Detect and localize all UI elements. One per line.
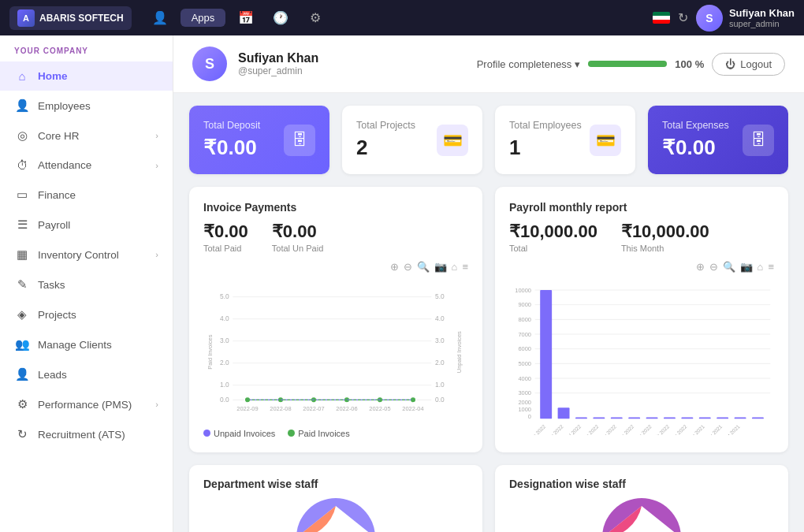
sidebar-item-label: Leads <box>38 369 67 381</box>
stat-label: Total Deposit <box>203 120 260 131</box>
performance-icon: ⚙ <box>14 397 30 411</box>
home-icon[interactable]: ⌂ <box>757 261 764 273</box>
sidebar-item-label: Performance (PMS) <box>38 399 132 411</box>
brand-logo-area[interactable]: A ABARIS SOFTECH <box>9 6 132 30</box>
svg-rect-59 <box>575 417 587 419</box>
apps-button[interactable]: Apps <box>181 9 226 27</box>
svg-rect-60 <box>593 417 605 419</box>
leads-icon: 👤 <box>14 367 30 381</box>
sidebar-item-core-hr[interactable]: ◎ Core HR › <box>0 121 173 151</box>
sidebar-item-label: Tasks <box>38 279 65 291</box>
calendar-icon-btn[interactable]: 📅 <box>232 4 260 32</box>
employees-icon: 👤 <box>14 99 30 113</box>
menu-icon[interactable]: ≡ <box>462 261 468 273</box>
svg-text:2.0: 2.0 <box>220 359 229 366</box>
sidebar-item-home[interactable]: ⌂ Home <box>0 61 173 91</box>
core-hr-icon: ◎ <box>14 128 30 143</box>
user-info: S Sufiyan Khan super_admin <box>696 5 795 32</box>
sidebar-item-label: Finance <box>38 189 76 201</box>
brand-name: ABARIS SOFTECH <box>39 13 124 24</box>
payroll-icon: ☰ <box>14 218 30 232</box>
zoom-in-icon[interactable]: ⊕ <box>696 261 705 273</box>
svg-text:8000: 8000 <box>518 316 531 323</box>
sidebar-item-tasks[interactable]: ✎ Tasks <box>0 270 173 299</box>
svg-rect-69 <box>752 417 764 419</box>
flag-icon[interactable] <box>653 12 670 24</box>
stat-card-total-employees[interactable]: Total Employees 1 💳 <box>495 106 635 174</box>
svg-text:Nov 2021: Nov 2021 <box>704 423 724 435</box>
stats-row: Total Deposit ₹0.00 🗄 Total Projects 2 💳… <box>173 93 804 187</box>
svg-text:4.0: 4.0 <box>220 314 229 322</box>
search-icon[interactable]: 🔍 <box>417 261 430 273</box>
svg-text:5.0: 5.0 <box>220 292 229 300</box>
svg-text:3.0: 3.0 <box>220 337 229 344</box>
sidebar-item-inventory[interactable]: ▦ Inventory Control › <box>0 240 173 270</box>
search-icon[interactable]: 🔍 <box>723 261 735 273</box>
chart-toolbar[interactable]: ⊕ ⊖ 🔍 📷 ⌂ ≡ <box>203 261 468 273</box>
menu-icon[interactable]: ≡ <box>768 261 774 273</box>
recruitment-icon: ↻ <box>14 427 30 441</box>
zoom-in-icon[interactable]: ⊕ <box>390 261 399 273</box>
svg-text:6000: 6000 <box>518 345 531 352</box>
settings-icon-btn[interactable]: ⚙ <box>301 4 329 32</box>
projects-icon: ◈ <box>14 307 30 322</box>
download-icon[interactable]: 📷 <box>434 261 447 273</box>
download-icon[interactable]: 📷 <box>740 261 753 273</box>
invoice-chart-legend: Unpaid Invoices Paid Invoices <box>203 429 468 438</box>
sidebar-item-performance[interactable]: ⚙ Performance (PMS) › <box>0 389 173 419</box>
people-icon-btn[interactable]: 👤 <box>146 4 174 32</box>
svg-text:5000: 5000 <box>518 360 531 367</box>
sidebar-item-finance[interactable]: ▭ Finance <box>0 180 173 210</box>
svg-text:0.0: 0.0 <box>435 396 445 404</box>
completeness-label[interactable]: Profile completeness ▾ <box>477 58 581 70</box>
svg-rect-58 <box>558 407 570 419</box>
inventory-icon: ▦ <box>14 247 30 262</box>
power-icon: ⏻ <box>725 58 735 70</box>
logout-button[interactable]: ⏻ Logout <box>712 53 785 76</box>
topnav: A ABARIS SOFTECH 👤 Apps 📅 🕐 ⚙ ↻ S Sufiya… <box>0 0 804 35</box>
svg-rect-63 <box>646 417 658 419</box>
zoom-out-icon[interactable]: ⊖ <box>404 261 412 273</box>
history-icon-btn[interactable]: 🕐 <box>266 4 295 32</box>
sidebar-item-payroll[interactable]: ☰ Payroll <box>0 210 173 240</box>
sidebar-item-attendance[interactable]: ⏱ Attendance › <box>0 151 173 180</box>
completeness-percent: 100 % <box>675 58 704 70</box>
svg-text:Sep 2022: Sep 2022 <box>527 423 548 435</box>
refresh-icon[interactable]: ↻ <box>678 10 688 25</box>
payroll-total-value: ₹10,000.00 <box>509 221 597 242</box>
svg-text:7000: 7000 <box>518 331 531 338</box>
stat-card-total-expenses[interactable]: Total Expenses ₹0.00 🗄 <box>648 106 788 174</box>
zoom-out-icon[interactable]: ⊖ <box>709 261 718 273</box>
chevron-down-icon: › <box>155 400 158 409</box>
manage-clients-icon: 👥 <box>14 337 30 352</box>
sidebar-item-projects[interactable]: ◈ Projects <box>0 299 173 329</box>
sidebar-item-employees[interactable]: 👤 Employees <box>0 91 173 121</box>
sidebar-item-manage-clients[interactable]: 👥 Manage Clients <box>0 329 173 359</box>
sidebar-item-label: Home <box>38 70 68 82</box>
svg-text:2.0: 2.0 <box>435 359 445 366</box>
svg-text:Paid Invoices: Paid Invoices <box>207 334 214 370</box>
sidebar-item-leads[interactable]: 👤 Leads <box>0 359 173 389</box>
nav-right: ↻ S Sufiyan Khan super_admin <box>653 5 795 32</box>
home-icon[interactable]: ⌂ <box>452 261 458 273</box>
projects-icon: 💳 <box>437 125 468 156</box>
sidebar-item-label: Inventory Control <box>38 249 119 261</box>
desig-chart-card: Designation wise staff <box>495 465 788 532</box>
sidebar-item-recruitment[interactable]: ↻ Recruitment (ATS) <box>0 419 173 449</box>
svg-text:9000: 9000 <box>518 301 531 308</box>
sidebar: YOUR COMPANY ⌂ Home 👤 Employees ◎ Core H… <box>0 35 173 532</box>
profile-avatar: S <box>192 47 227 81</box>
svg-rect-61 <box>611 417 623 419</box>
stat-card-total-deposit[interactable]: Total Deposit ₹0.00 🗄 <box>189 106 329 174</box>
svg-text:2022-06: 2022-06 <box>336 405 357 412</box>
payroll-chart-toolbar[interactable]: ⊕ ⊖ 🔍 📷 ⌂ ≡ <box>509 261 774 273</box>
dept-chart-title: Department wise staff <box>203 478 468 490</box>
payroll-total-label: Total <box>509 244 597 253</box>
sidebar-item-label: Employees <box>38 100 91 112</box>
payroll-chart-card: Payroll monthly report ₹10,000.00 Total … <box>495 187 788 452</box>
tasks-icon: ✎ <box>14 277 30 292</box>
stat-card-total-projects[interactable]: Total Projects 2 💳 <box>342 106 482 174</box>
stat-value: 2 <box>356 136 415 160</box>
invoice-chart-svg: 5.0 4.0 3.0 2.0 1.0 0.0 Paid Invoices Un… <box>203 277 468 422</box>
brand-logo-icon: A <box>17 9 35 27</box>
